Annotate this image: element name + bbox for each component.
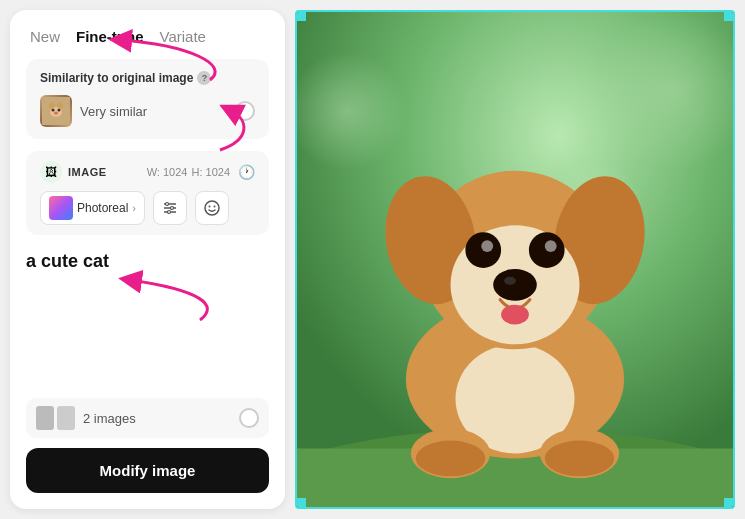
style-chevron-icon: › [132,203,135,214]
history-icon[interactable]: 🕐 [238,164,255,180]
emoji-button[interactable] [195,191,229,225]
modify-button[interactable]: Modify image [26,448,269,493]
sliders-button[interactable] [153,191,187,225]
prompt-area[interactable]: a cute cat [26,247,269,307]
svg-point-36 [493,269,537,301]
dog-image-container [295,10,735,509]
image-thumb-2 [57,406,75,430]
corner-handle-tr [724,11,734,21]
bottom-controls: 2 images Modify image [26,398,269,493]
images-thumbnail-pair [36,406,75,430]
svg-point-15 [170,207,173,210]
style-thumbnail [49,196,73,220]
tabs: New Fine-tune Variate [26,26,269,47]
image-thumb-1 [36,406,54,430]
help-icon[interactable]: ? [197,71,211,85]
svg-point-14 [165,203,168,206]
image-type-icon: 🖼 [40,161,62,183]
similarity-label: Very similar [80,104,227,119]
svg-point-18 [208,206,210,208]
image-section: 🖼 IMAGE W: 1024 H: 1024 🕐 Photoreal › [26,151,269,235]
image-section-label: IMAGE [68,166,107,178]
svg-point-16 [167,211,170,214]
svg-point-41 [416,441,485,477]
tab-variate[interactable]: Variate [156,26,210,47]
corner-handle-br [724,498,734,508]
reference-thumbnail [40,95,72,127]
right-area [285,0,745,519]
svg-point-35 [545,240,557,252]
images-count-label: 2 images [83,411,231,426]
svg-point-38 [501,305,529,325]
svg-point-9 [58,109,61,112]
svg-point-8 [52,109,55,112]
emoji-icon [203,199,221,217]
corner-handle-tl [296,11,306,21]
svg-point-10 [54,112,58,115]
similarity-section: Similarity to original image ? Very simi… [26,59,269,139]
similarity-radio[interactable] [235,101,255,121]
style-label: Photoreal [77,201,128,215]
left-panel: New Fine-tune Variate Similarity to orig… [10,10,285,509]
svg-point-34 [481,240,493,252]
style-button[interactable]: Photoreal › [40,191,145,225]
similarity-row: Very similar [40,95,255,127]
sliders-icon [162,200,178,216]
image-header: 🖼 IMAGE W: 1024 H: 1024 🕐 [40,161,255,183]
image-tools: Photoreal › [40,191,255,225]
similarity-title: Similarity to original image ? [40,71,255,85]
svg-point-19 [213,206,215,208]
svg-point-42 [545,441,614,477]
images-radio[interactable] [239,408,259,428]
images-count-row: 2 images [26,398,269,438]
svg-point-17 [205,201,219,215]
tab-new[interactable]: New [26,26,64,47]
corner-handle-bl [296,498,306,508]
svg-point-37 [504,277,516,285]
image-dimensions: W: 1024 H: 1024 🕐 [147,164,255,180]
dog-illustration [297,12,733,507]
tab-finetune[interactable]: Fine-tune [72,26,148,47]
